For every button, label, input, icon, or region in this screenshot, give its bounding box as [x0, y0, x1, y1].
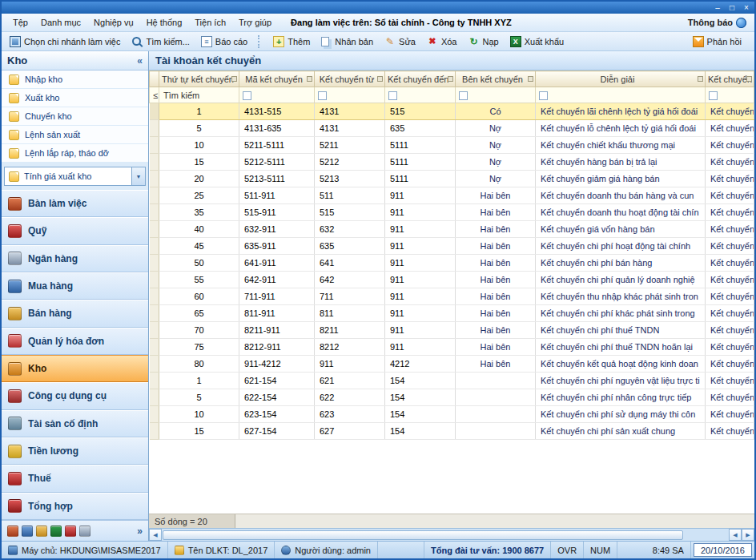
table-row[interactable]: 5622-154622154Kết chuyển chi phí nhân cô…	[150, 389, 754, 406]
shortcut-icon[interactable]	[7, 526, 18, 537]
module-tien-luong[interactable]: Tiền lương	[2, 437, 148, 465]
module-ban-lam-viec[interactable]: Bàn làm việc	[2, 190, 148, 217]
table-row[interactable]: 25511-911511911Hai bênKết chuyển doanh t…	[150, 187, 754, 204]
column-header[interactable]: Thứ tự kết chuyển	[159, 71, 239, 87]
filter-checkbox[interactable]	[243, 91, 251, 100]
table-row[interactable]: 65811-911811911Hai bênKết chuyển chi phí…	[150, 305, 754, 322]
module-tong-hop[interactable]: Tổng hợp	[2, 493, 148, 520]
table-row[interactable]: 55642-911642911Hai bênKết chuyển chi phí…	[150, 272, 754, 288]
column-header[interactable]: Kết chuyển	[706, 71, 754, 87]
module-ngan-hang[interactable]: Ngân hàng	[2, 245, 148, 272]
module-tai-san-co-dinh[interactable]: Tài sản cố định	[2, 410, 148, 437]
price-calc-dropdown[interactable]: Tính giá xuất kho ▼	[4, 167, 146, 186]
column-header[interactable]: Bên kết chuyển	[456, 71, 536, 87]
shortcut-icon[interactable]	[36, 526, 47, 537]
notification-button[interactable]: Thông báo	[688, 18, 750, 28]
module-mua-hang[interactable]: Mua hàng	[2, 272, 148, 300]
table-row[interactable]: 54131-6354131635NợKết chuyển lỗ chênh lệ…	[150, 120, 754, 137]
close-button[interactable]: ×	[741, 3, 752, 13]
menu-item[interactable]: Trợ giúp	[232, 15, 278, 30]
table-row[interactable]: 14131-5154131515CóKết chuyển lãi chênh l…	[150, 103, 754, 120]
table-row[interactable]: 1621-154621154Kết chuyển chi phí nguyên …	[150, 373, 754, 389]
menu-item[interactable]: Tệp	[6, 15, 34, 30]
add-button[interactable]: Thêm	[268, 34, 315, 49]
pin-column-icon[interactable]	[307, 76, 312, 82]
column-header[interactable]: Kết chuyển đến	[385, 71, 456, 87]
shortcut-icon[interactable]	[65, 526, 76, 537]
filter-search-cell[interactable]: Tìm kiếm	[159, 87, 239, 103]
module-kho[interactable]: Kho	[2, 355, 148, 382]
duplicate-button[interactable]: Nhân bản	[316, 35, 378, 48]
scroll-right-icon[interactable]: ▶	[742, 529, 754, 541]
pin-column-icon[interactable]	[528, 76, 533, 82]
pin-column-icon[interactable]	[231, 76, 237, 82]
pin-column-icon[interactable]	[448, 76, 453, 82]
pin-column-icon[interactable]	[377, 76, 383, 82]
table-row[interactable]: 758212-9118212911Hai bênKết chuyển chi p…	[150, 339, 754, 356]
table-row[interactable]: 45635-911635911Hai bênKết chuyển chi phí…	[150, 238, 754, 255]
export-button[interactable]: Xuất khẩu	[505, 34, 569, 49]
sidebar-item[interactable]: Chuyển kho	[2, 107, 148, 126]
filter-cell[interactable]	[456, 87, 536, 103]
filter-cell[interactable]	[706, 87, 754, 103]
refresh-button[interactable]: Nạp	[463, 34, 503, 49]
edit-button[interactable]: Sửa	[380, 34, 420, 49]
shortcut-icon[interactable]	[79, 526, 90, 537]
column-header[interactable]: Mã kết chuyển	[239, 71, 315, 87]
search-button[interactable]: Tìm kiếm...	[127, 34, 194, 49]
overflow-chevron-icon[interactable]: »	[137, 526, 143, 537]
table-cell: Kết chuyển chi phí nhân công trực tiếp	[536, 389, 706, 406]
delete-button[interactable]: Xóa	[422, 34, 462, 49]
sidebar-item[interactable]: Lệnh lắp ráp, tháo dỡ	[2, 144, 148, 163]
feedback-button[interactable]: Phản hồi	[688, 34, 746, 49]
module-ban-hang[interactable]: Bán hàng	[2, 300, 148, 327]
chevron-down-icon[interactable]: ▼	[131, 167, 145, 185]
menu-item[interactable]: Nghiệp vụ	[87, 15, 140, 30]
horizontal-scrollbar[interactable]: ◀ ◀ ▶	[149, 528, 754, 541]
filter-checkbox[interactable]	[318, 91, 327, 100]
filter-cell[interactable]	[536, 87, 706, 103]
table-row[interactable]: 155212-511152125111NợKết chuyển hàng bán…	[150, 154, 754, 171]
scroll-left-icon[interactable]: ◀	[149, 529, 162, 541]
column-header[interactable]: Kết chuyển từ	[315, 71, 385, 87]
filter-checkbox[interactable]	[388, 91, 397, 100]
table-row[interactable]: 80911-42129114212Hai bênKết chuyển kết q…	[150, 356, 754, 373]
filter-checkbox[interactable]	[459, 91, 468, 100]
filter-cell[interactable]	[239, 87, 315, 103]
filter-cell[interactable]	[315, 87, 385, 103]
select-branch-button[interactable]: Chọn chi nhánh làm việc	[5, 34, 125, 49]
column-header[interactable]: Diễn giải	[536, 71, 706, 87]
sidebar-item[interactable]: Lệnh sản xuất	[2, 126, 148, 144]
pin-column-icon[interactable]	[746, 76, 752, 82]
module-quan-ly-hoa-don[interactable]: Quản lý hóa đơn	[2, 328, 148, 355]
module-thue[interactable]: Thuế	[2, 465, 148, 492]
module-cong-cu-dung-cu[interactable]: Công cụ dụng cụ	[2, 382, 148, 409]
table-row[interactable]: 10623-154623154Kết chuyển chi phí sử dụn…	[150, 406, 754, 423]
scroll-left-secondary-icon[interactable]: ◀	[729, 529, 742, 541]
menu-item[interactable]: Danh mục	[34, 15, 87, 30]
shortcut-icon[interactable]	[22, 526, 33, 537]
table-row[interactable]: 60711-911711911Hai bênKết chuyển thu nhậ…	[150, 288, 754, 305]
maximize-button[interactable]: □	[726, 3, 738, 13]
filter-cell[interactable]	[385, 87, 456, 103]
menu-item[interactable]: Tiện ích	[188, 15, 232, 30]
sidebar-item[interactable]: Xuất kho	[2, 89, 148, 107]
table-row[interactable]: 105211-511152115111NợKết chuyển chiết kh…	[150, 137, 754, 154]
collapse-sidebar-button[interactable]: «	[137, 55, 143, 66]
filter-checkbox[interactable]	[539, 91, 548, 100]
pin-column-icon[interactable]	[698, 76, 703, 82]
table-row[interactable]: 708211-9118211911Hai bênKết chuyển chi p…	[150, 322, 754, 339]
filter-checkbox[interactable]	[709, 91, 718, 100]
menu-item[interactable]: Hệ thống	[140, 15, 189, 30]
shortcut-icon[interactable]	[50, 526, 62, 537]
table-row[interactable]: 40632-911632911Hai bênKết chuyển giá vốn…	[150, 221, 754, 238]
minimize-button[interactable]: –	[712, 3, 723, 13]
table-row[interactable]: 50641-911641911Hai bênKết chuyển chi phí…	[150, 255, 754, 272]
table-row[interactable]: 35515-911515911Hai bênKết chuyển doanh t…	[150, 204, 754, 221]
table-row[interactable]: 15627-154627154Kết chuyển chi phí sản xu…	[150, 423, 754, 440]
report-button[interactable]: Báo cáo	[196, 34, 252, 49]
scrollbar-thumb[interactable]	[163, 530, 683, 540]
table-row[interactable]: 205213-511152135111NợKết chuyển giảm giá…	[150, 171, 754, 187]
sidebar-item[interactable]: Nhập kho	[2, 71, 148, 89]
module-quy[interactable]: Quỹ	[2, 217, 148, 244]
